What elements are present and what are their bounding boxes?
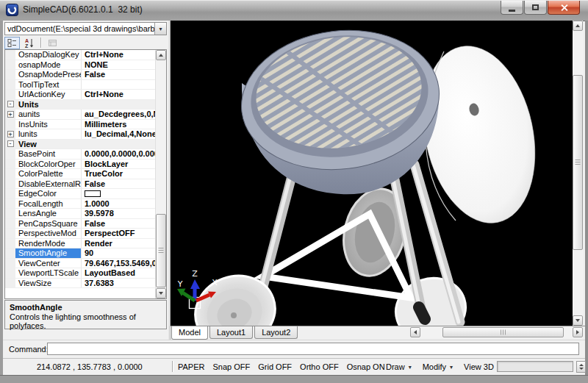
property-row-BasePoint[interactable]: BasePoint0.0000,0.0000,0.000 bbox=[5, 149, 155, 160]
property-category-View[interactable]: -View bbox=[5, 140, 155, 150]
property-value[interactable]: NONE bbox=[82, 60, 155, 70]
property-row-EdgeColor[interactable]: EdgeColor bbox=[5, 189, 155, 199]
property-value[interactable]: lu_Decimal,4,None bbox=[82, 129, 155, 139]
status-toggle-paper[interactable]: PAPER bbox=[178, 362, 204, 371]
property-row-ViewCenter[interactable]: ViewCenter79.6467,153.5469,0. bbox=[5, 259, 155, 269]
viewport-horizontal-scrollbar[interactable] bbox=[410, 327, 583, 338]
property-value[interactable]: 1.0000 bbox=[82, 199, 155, 209]
scroll-up-button[interactable] bbox=[156, 50, 166, 60]
property-value[interactable]: TrueColor bbox=[82, 169, 155, 179]
property-row-PenCapsSquare[interactable]: PenCapsSquareFalse bbox=[5, 219, 155, 229]
categorized-view-button[interactable] bbox=[4, 37, 20, 49]
color-swatch[interactable] bbox=[85, 190, 101, 197]
row-indent bbox=[5, 169, 15, 179]
property-value[interactable]: BlockLayer bbox=[82, 160, 155, 169]
layout-tabs: ModelLayout1Layout2 bbox=[171, 326, 299, 340]
close-button[interactable] bbox=[548, 1, 580, 15]
command-input[interactable] bbox=[47, 343, 579, 355]
document-selector[interactable]: vdDocument(E:\special 3d drawings\barbec… bbox=[4, 22, 167, 35]
property-row-BlockColorOper[interactable]: BlockColorOperBlockLayer bbox=[5, 160, 155, 170]
scrollbar-thumb[interactable] bbox=[442, 327, 564, 337]
property-value[interactable]: PerspectOFF bbox=[82, 229, 155, 238]
property-value[interactable]: LayoutBased bbox=[82, 268, 155, 278]
property-value[interactable]: False bbox=[82, 70, 155, 79]
scroll-left-button[interactable] bbox=[410, 327, 420, 337]
property-value[interactable]: 37.6383 bbox=[82, 279, 155, 288]
property-category-Units[interactable]: -Units bbox=[5, 100, 155, 110]
property-row-ToolTipText[interactable]: ToolTipText bbox=[5, 80, 155, 90]
menu-view-3d[interactable]: View 3D▾ bbox=[464, 362, 501, 371]
property-value[interactable]: Render bbox=[82, 239, 155, 248]
property-value[interactable]: 39.5978 bbox=[82, 209, 155, 218]
minimize-icon bbox=[509, 10, 515, 12]
property-value[interactable]: False bbox=[82, 219, 155, 229]
property-row-SmoothAngle[interactable]: SmoothAngle90 bbox=[5, 248, 155, 259]
status-spin-button[interactable] bbox=[576, 361, 586, 373]
property-row-ViewportLTScale[interactable]: ViewportLTScaleLayoutBased bbox=[5, 268, 155, 279]
property-row-OsnapDialogKey[interactable]: OsnapDialogKeyCtrl+None bbox=[5, 50, 155, 60]
property-label: ToolTipText bbox=[15, 80, 82, 90]
drawing-viewport[interactable]: Z Y X bbox=[171, 21, 573, 326]
description-text: Controls the lighting smoothness of poly… bbox=[10, 312, 162, 330]
scroll-down-button[interactable] bbox=[573, 315, 583, 326]
property-label: SmoothAngle bbox=[15, 248, 82, 258]
scroll-up-button[interactable] bbox=[573, 21, 583, 31]
row-indent bbox=[5, 80, 15, 90]
status-toggle-osnap-on[interactable]: Osnap ON bbox=[347, 362, 385, 371]
property-row-PerspectiveMod[interactable]: PerspectiveModPerspectOFF bbox=[5, 229, 155, 239]
collapse-toggle-icon[interactable]: - bbox=[7, 101, 14, 107]
property-value[interactable]: Ctrl+None bbox=[82, 50, 155, 60]
property-row-aunits[interactable]: +aunitsau_Decdegrees,0,No bbox=[5, 110, 155, 120]
collapse-toggle-icon[interactable]: - bbox=[7, 140, 14, 147]
tab-model[interactable]: Model bbox=[171, 326, 208, 340]
title-bar[interactable]: SimpleCAD(6.6021.0.1 32 bit) bbox=[0, 0, 588, 21]
scrollbar-thumb[interactable] bbox=[573, 75, 583, 250]
property-row-osnapMode[interactable]: osnapModeNONE bbox=[5, 60, 155, 71]
property-row-FocalLength[interactable]: FocalLength1.0000 bbox=[5, 199, 155, 210]
viewport-vertical-scrollbar[interactable] bbox=[573, 21, 583, 326]
property-row-InsUnits[interactable]: InsUnitsMillimeters bbox=[5, 120, 155, 130]
chevron-down-icon[interactable]: ▾ bbox=[154, 23, 166, 35]
property-value[interactable]: 90 bbox=[82, 248, 155, 258]
property-row-ColorPalette[interactable]: ColorPaletteTrueColor bbox=[5, 169, 155, 179]
window-border-bottom bbox=[0, 375, 588, 383]
property-row-UrlActionKey[interactable]: UrlActionKeyCtrl+None bbox=[5, 90, 155, 100]
scroll-right-button[interactable] bbox=[573, 327, 583, 337]
property-grid-scrollbar[interactable] bbox=[155, 50, 166, 298]
status-toggle-grid-off[interactable]: Grid OFF bbox=[258, 362, 292, 371]
property-row-ViewSize[interactable]: ViewSize37.6383 bbox=[5, 279, 155, 289]
scroll-down-button[interactable] bbox=[156, 288, 166, 298]
property-value[interactable]: 0.0000,0.0000,0.000 bbox=[82, 149, 155, 159]
property-row-lunits[interactable]: +lunitslu_Decimal,4,None bbox=[5, 129, 155, 140]
expand-toggle-icon[interactable]: + bbox=[7, 111, 14, 118]
property-label: ViewCenter bbox=[15, 259, 82, 268]
property-value[interactable] bbox=[82, 80, 155, 90]
property-pages-icon bbox=[48, 38, 57, 48]
tab-layout2[interactable]: Layout2 bbox=[254, 326, 298, 339]
expand-toggle-icon[interactable]: + bbox=[7, 131, 14, 137]
cursor-coordinates: 214.0872 , 135.7783 , 0.0000 bbox=[37, 362, 143, 371]
property-value[interactable]: 79.6467,153.5469,0. bbox=[82, 259, 155, 268]
status-menus: Draw▾Modify▾View 3D▾ bbox=[386, 362, 501, 371]
status-toggle-ortho-off[interactable]: Ortho OFF bbox=[300, 362, 339, 371]
property-row-LensAngle[interactable]: LensAngle39.5978 bbox=[5, 209, 155, 219]
alphabetical-sort-button[interactable]: A Z bbox=[21, 37, 37, 49]
scrollbar-thumb[interactable] bbox=[156, 214, 166, 287]
property-value[interactable]: False bbox=[82, 179, 155, 189]
property-pages-button[interactable] bbox=[45, 37, 60, 49]
tab-layout1[interactable]: Layout1 bbox=[209, 326, 253, 339]
menu-draw[interactable]: Draw▾ bbox=[386, 362, 412, 371]
property-row-DisableExternalRefer[interactable]: DisableExternalReferFalse bbox=[5, 179, 155, 190]
menu-modify[interactable]: Modify▾ bbox=[423, 362, 453, 371]
maximize-button[interactable] bbox=[524, 1, 547, 15]
property-row-OsnapModePreserve[interactable]: OsnapModePreserveFalse bbox=[5, 70, 155, 80]
property-value[interactable]: Ctrl+None bbox=[82, 90, 155, 99]
status-toggle-snap-off[interactable]: Snap OFF bbox=[212, 362, 250, 371]
property-value[interactable] bbox=[82, 189, 155, 198]
minimize-button[interactable] bbox=[501, 1, 523, 15]
property-row-RenderMode[interactable]: RenderModeRender bbox=[5, 239, 155, 249]
row-indent bbox=[5, 149, 15, 159]
property-grid: OsnapDialogKeyCtrl+NoneosnapModeNONEOsna… bbox=[4, 49, 167, 299]
property-value[interactable]: au_Decdegrees,0,No bbox=[82, 110, 155, 119]
property-value[interactable]: Millimeters bbox=[82, 120, 155, 129]
